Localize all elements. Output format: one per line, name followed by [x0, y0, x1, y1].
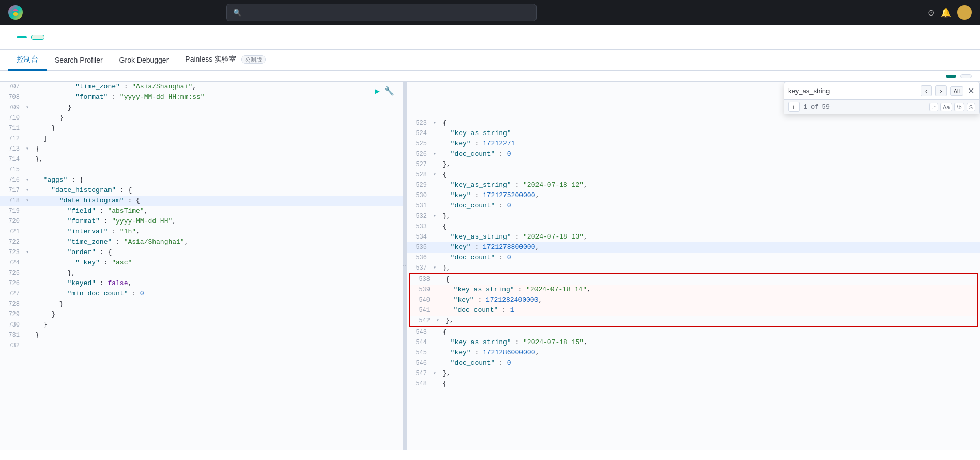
fold-icon[interactable] — [26, 82, 33, 92]
code-content: } — [33, 299, 403, 309]
fold-icon[interactable] — [433, 242, 440, 253]
fold-icon[interactable] — [436, 274, 443, 285]
fold-icon[interactable]: ▾ — [26, 196, 33, 206]
fold-icon[interactable]: ▾ — [26, 102, 33, 113]
fold-icon[interactable] — [433, 201, 440, 211]
fold-icon[interactable] — [26, 340, 33, 351]
code-content: } — [33, 102, 403, 113]
panel-drag-handle[interactable]: ⋮ — [403, 82, 407, 450]
search-overlay-input[interactable] — [788, 87, 917, 95]
fold-icon[interactable] — [26, 154, 33, 165]
dev-tools-button[interactable] — [31, 35, 44, 40]
fold-icon[interactable] — [26, 133, 33, 144]
code-content: }, — [440, 368, 980, 379]
left-code-line-731: 731 } — [0, 330, 403, 340]
fold-icon[interactable] — [26, 165, 33, 175]
fold-icon[interactable] — [26, 320, 33, 330]
search-next-button[interactable]: › — [935, 85, 946, 96]
fold-icon[interactable]: ▾ — [433, 149, 440, 159]
fold-icon[interactable] — [433, 379, 440, 389]
fold-icon[interactable] — [433, 139, 440, 149]
fold-icon[interactable] — [436, 295, 443, 305]
right-code-line-526: 526▾ "doc_count" : 0 — [407, 149, 980, 159]
search-close-button[interactable]: ✕ — [967, 86, 975, 96]
line-number: 721 — [0, 227, 26, 237]
fold-icon[interactable]: ▾ — [433, 263, 440, 273]
fold-icon[interactable] — [26, 309, 33, 320]
fold-icon[interactable] — [433, 337, 440, 348]
search-regex-button[interactable]: .* — [929, 103, 938, 111]
search-word-button[interactable]: \b — [954, 103, 964, 111]
fold-icon[interactable] — [26, 237, 33, 247]
right-code-line-538: 538 { — [410, 274, 977, 285]
fold-icon[interactable] — [433, 180, 440, 190]
fold-icon[interactable]: ▾ — [433, 368, 440, 379]
fold-icon[interactable] — [433, 221, 440, 232]
code-content: }, — [443, 316, 977, 326]
fold-icon[interactable]: ▾ — [26, 247, 33, 258]
fold-icon[interactable]: ▾ — [433, 170, 440, 180]
fold-icon[interactable]: ▾ — [436, 316, 443, 326]
global-search-input[interactable] — [246, 9, 530, 17]
notifications-icon[interactable]: ⊙ — [928, 8, 935, 18]
search-prev-button[interactable]: ‹ — [921, 85, 932, 96]
line-number: 531 — [407, 201, 433, 211]
line-number: 729 — [0, 309, 26, 320]
fold-icon[interactable] — [433, 128, 440, 139]
fold-icon[interactable] — [26, 330, 33, 340]
user-avatar[interactable] — [957, 5, 972, 20]
elastic-logo[interactable] — [8, 5, 27, 20]
tab-grok-debugger[interactable]: Grok Debugger — [111, 51, 177, 71]
right-code-line-540: 540 "key" : 1721282400000, — [410, 295, 977, 305]
fold-icon[interactable]: ▾ — [433, 118, 440, 128]
settings-editor-icon[interactable]: 🔧 — [384, 86, 394, 96]
fold-icon[interactable] — [26, 268, 33, 278]
global-search-bar[interactable]: 🔍 — [226, 4, 537, 21]
fold-icon[interactable]: ▾ — [433, 211, 440, 221]
search-s-button[interactable]: S — [967, 103, 975, 111]
left-code-line-710: 710 } — [0, 113, 403, 123]
fold-icon[interactable]: ▾ — [26, 185, 33, 196]
fold-icon[interactable] — [433, 348, 440, 358]
fold-icon[interactable] — [26, 92, 33, 102]
fold-icon[interactable] — [433, 159, 440, 170]
fold-icon[interactable] — [26, 258, 33, 268]
line-number: 542 — [410, 316, 436, 326]
fold-icon[interactable] — [433, 358, 440, 368]
left-code-line-721: 721 "interval" : "1h", — [0, 227, 403, 237]
line-number: 727 — [0, 289, 26, 299]
top-navigation: 🔍 ⊙ 🔔 — [0, 0, 980, 25]
fold-icon[interactable] — [436, 305, 443, 316]
search-all-button[interactable]: All — [950, 86, 963, 96]
fold-icon[interactable] — [436, 285, 443, 295]
second-navigation — [0, 25, 980, 50]
code-content: "format" : "yyyy-MM-dd HH:mm:ss" — [33, 92, 403, 102]
line-number: 533 — [407, 221, 433, 232]
fold-icon[interactable] — [26, 227, 33, 237]
fold-icon[interactable] — [26, 113, 33, 123]
search-add-button[interactable]: + — [788, 102, 800, 112]
line-number: 708 — [0, 92, 26, 102]
tab-painless-lab[interactable]: Painless 实验室 公测版 — [177, 50, 274, 71]
fold-icon[interactable] — [433, 232, 440, 242]
fold-icon[interactable] — [26, 216, 33, 227]
fold-icon[interactable] — [26, 123, 33, 133]
fold-icon[interactable] — [433, 327, 440, 337]
fold-icon[interactable]: ▾ — [26, 144, 33, 154]
run-icon[interactable]: ▶ — [375, 86, 380, 96]
fold-icon[interactable] — [26, 289, 33, 299]
tab-search-profiler[interactable]: Search Profiler — [47, 51, 111, 71]
tab-console[interactable]: 控制台 — [8, 50, 47, 71]
fold-icon[interactable] — [26, 206, 33, 216]
fold-icon[interactable] — [433, 190, 440, 201]
search-case-button[interactable]: Aa — [940, 103, 952, 111]
code-content: "key" : 1721275200000, — [440, 190, 980, 201]
default-badge[interactable] — [17, 36, 27, 38]
code-content: } — [33, 309, 403, 320]
fold-icon[interactable]: ▾ — [26, 175, 33, 185]
fold-icon[interactable] — [26, 299, 33, 309]
help-icon[interactable]: 🔔 — [941, 8, 951, 18]
fold-icon[interactable] — [433, 253, 440, 263]
line-number: 719 — [0, 206, 26, 216]
fold-icon[interactable] — [26, 278, 33, 289]
